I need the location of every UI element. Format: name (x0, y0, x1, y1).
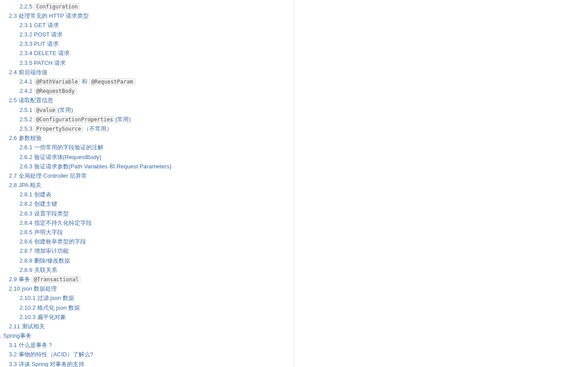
code-token: @PathVariable (34, 78, 80, 85)
toc-item: 2.4 前后端传值 (0, 68, 294, 77)
toc-link[interactable]: 2.8.6 创建枚举类型的字段 (20, 238, 86, 245)
toc-link[interactable]: 2.6.3 验证请求参数(Path Variables 和 Request Pa… (20, 163, 171, 170)
toc-item: 2.8.2 创建主键 (0, 199, 294, 209)
toc-item: 2.11 测试相关 (0, 322, 294, 331)
toc-left-column: 2.2.5 Configuration2.3 处理常见的 HTTP 请求类型2.… (0, 0, 294, 367)
toc-link[interactable]: 2.3 处理常见的 HTTP 请求类型 (9, 12, 89, 19)
toc-container: 2.2.5 Configuration2.3 处理常见的 HTTP 请求类型2.… (0, 0, 588, 367)
toc-link[interactable]: 2.4.2 @RequestBody (20, 88, 77, 94)
toc-link[interactable]: 2.3.4 DELETE 请求 (20, 50, 70, 56)
toc-item: 2.10 json 数据处理 (0, 284, 294, 294)
toc-item: 2.4.1 @PathVariable 和 @RequestParam (0, 77, 294, 87)
toc-item: 3.3 详谈 Spring 对事务的支持 (0, 359, 294, 367)
toc-item: 2.8.6 创建枚举类型的字段 (0, 237, 294, 247)
toc-link[interactable]: 2.8.1 创建表 (20, 191, 51, 198)
toc-item: 2.8.4 指定不持久化特定字段 (0, 218, 294, 227)
toc-item: 2.7 全局处理 Controller 层异常 (0, 171, 294, 180)
toc-link[interactable]: 2.8.8 删除/修改数据 (20, 257, 70, 264)
toc-right-column: 5.2.3 request——每一次HTTP请求都会产生一个新的bean，该be… (294, 0, 588, 367)
toc-item: 2.5.1 @value(常用) (0, 105, 294, 115)
toc-item: 2.3.5 PATCH 请求 (0, 58, 294, 68)
toc-link[interactable]: 2.5 读取配置信息 (9, 97, 53, 104)
toc-item: 3.2 事物的特性（ACID）了解么? (0, 350, 294, 359)
toc-link[interactable]: 2.8.3 设置字段类型 (20, 210, 69, 217)
toc-item: 2.8.1 创建表 (0, 190, 294, 199)
toc-item: 2.8.9 关联关系 (0, 265, 294, 275)
code-token: @Transactional (32, 276, 81, 283)
toc-item: 2.3 处理常见的 HTTP 请求类型 (0, 11, 294, 20)
toc-link[interactable]: 2.3.1 GET 请求 (20, 22, 59, 28)
toc-item: 2.3.3 PUT 请求 (0, 40, 294, 49)
toc-item: 2.5 读取配置信息 (0, 96, 294, 105)
toc-left-list: 2.2.5 Configuration2.3 处理常见的 HTTP 请求类型2.… (0, 2, 294, 367)
toc-link[interactable]: 2.8.7 增加审计功能 (20, 247, 69, 254)
toc-link[interactable]: 2.6 参数校验 (9, 135, 42, 141)
toc-link[interactable]: 2.5.2 @ConfigurationProperties(常用) (20, 116, 131, 123)
code-token: @value (34, 107, 58, 114)
toc-link[interactable]: 2.6.1 一些常用的字段验证的注解 (20, 144, 103, 151)
toc-item: 3.1 什么是事务？ (0, 341, 294, 350)
toc-link[interactable]: 2.10.2 格式化 json 数据 (20, 304, 80, 311)
toc-link[interactable]: 2.9 事务 @Transactional (9, 276, 81, 283)
toc-item: 2.10.3 扁平化对象 (0, 312, 294, 322)
toc-link[interactable]: 2.5.1 @value(常用) (20, 107, 73, 113)
toc-item: 2.6.3 验证请求参数(Path Variables 和 Request Pa… (0, 162, 294, 171)
toc-link[interactable]: 2.4 前后端传值 (9, 69, 47, 76)
toc-item: 2.3.2 POST 请求 (0, 30, 294, 40)
toc-item: 2.4.2 @RequestBody (0, 87, 294, 96)
toc-item: 2.2.5 Configuration (0, 2, 294, 11)
toc-item: 2.10.2 格式化 json 数据 (0, 303, 294, 312)
code-token: PropertySource (34, 125, 83, 132)
toc-link[interactable]: 2.3.3 PUT 请求 (20, 40, 59, 47)
toc-link[interactable]: 3.2 事物的特性（ACID）了解么? (9, 351, 93, 358)
toc-link[interactable]: 2.7 全局处理 Controller 层异常 (9, 172, 87, 179)
toc-item: 2.8.7 增加审计功能 (0, 247, 294, 256)
code-token: @RequestBody (34, 88, 77, 95)
code-token: Configuration (34, 3, 80, 10)
toc-item: 2.9 事务 @Transactional (0, 275, 294, 284)
toc-item: 2.8 JPA 相关 (0, 181, 294, 190)
toc-link[interactable]: 2.8 JPA 相关 (9, 182, 41, 188)
toc-item: 2.6 参数校验 (0, 134, 294, 143)
toc-link[interactable]: 2.10.1 过滤 json 数据 (20, 295, 74, 301)
toc-link[interactable]: 2.8.4 指定不持久化特定字段 (20, 219, 92, 226)
toc-item: 2.6.1 一些常用的字段验证的注解 (0, 143, 294, 152)
toc-item: 2.3.1 GET 请求 (0, 20, 294, 30)
toc-item: 2.6.2 验证请求体(RequestBody) (0, 152, 294, 162)
toc-item: 2.10.1 过滤 json 数据 (0, 294, 294, 303)
toc-link[interactable]: 2.10.3 扁平化对象 (20, 314, 66, 320)
toc-link[interactable]: 2.11 测试相关 (9, 323, 45, 330)
toc-item: 2.3.4 DELETE 请求 (0, 49, 294, 58)
toc-link[interactable]: 2.8.9 关联关系 (20, 267, 57, 273)
code-token: @ConfigurationProperties (34, 116, 115, 123)
toc-link[interactable]: 2.10 json 数据处理 (9, 285, 57, 292)
toc-item: 2.8.8 删除/修改数据 (0, 256, 294, 265)
toc-link[interactable]: 2.6.2 验证请求体(RequestBody) (20, 154, 101, 160)
toc-item: 2.5.3 PropertySource（不常用） (0, 124, 294, 133)
toc-link[interactable]: 2.4.1 @PathVariable 和 @RequestParam (20, 78, 135, 85)
toc-link[interactable]: 2.2.5 Configuration (20, 3, 80, 10)
toc-item: 2.8.3 设置字段类型 (0, 209, 294, 218)
toc-link[interactable]: 2.8.5 声明大字段 (20, 229, 63, 235)
toc-item: 2.5.2 @ConfigurationProperties(常用) (0, 115, 294, 124)
toc-link[interactable]: 2.8.2 创建主键 (20, 200, 57, 207)
toc-link[interactable]: 2.3.2 POST 请求 (20, 31, 63, 38)
toc-link[interactable]: 3.3 详谈 Spring 对事务的支持 (9, 361, 85, 367)
code-token: @RequestParam (89, 78, 135, 85)
toc-link[interactable]: 2.5.3 PropertySource（不常用） (20, 125, 112, 132)
toc-item: 2.8.5 声明大字段 (0, 228, 294, 237)
toc-link[interactable]: 2.3.5 PATCH 请求 (20, 60, 66, 66)
toc-item: . Spring事务 (0, 331, 294, 341)
toc-link[interactable]: 3.1 什么是事务？ (9, 342, 53, 348)
toc-link[interactable]: . Spring事务 (0, 332, 32, 339)
